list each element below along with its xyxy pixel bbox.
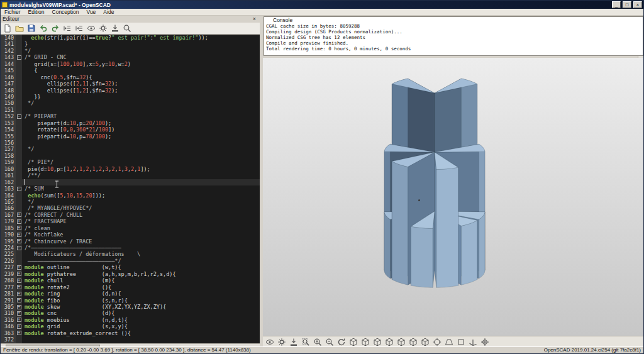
zoom-in-icon[interactable] xyxy=(313,337,323,347)
undo-icon[interactable] xyxy=(38,23,49,34)
view-all-icon[interactable] xyxy=(122,23,133,34)
fold-marker-icon[interactable]: + xyxy=(16,231,22,238)
indent-icon[interactable] xyxy=(74,23,85,34)
menu-item-conception[interactable]: Conception xyxy=(48,9,83,15)
code-line[interactable]: 144 grid(s=[100,100],x=5,y=10,w=2) xyxy=(1,61,260,67)
code-line[interactable]: 346+module grid (s,x,y){ xyxy=(1,323,260,329)
code-line[interactable]: 142*/ xyxy=(1,48,260,54)
preview-icon[interactable] xyxy=(265,337,275,347)
code-line[interactable]: 143-/* GRID - CNC xyxy=(1,54,260,60)
export-stl-icon[interactable] xyxy=(289,337,299,347)
code-line[interactable]: 268+module chull (m){ xyxy=(1,277,260,284)
fold-marker-icon[interactable]: + xyxy=(16,330,22,336)
render-icon[interactable] xyxy=(277,337,287,347)
view-left-icon[interactable] xyxy=(348,337,358,347)
code-line[interactable]: 157 */ xyxy=(1,146,260,152)
code-line[interactable]: 185+/* clean xyxy=(1,225,260,231)
redo-icon[interactable] xyxy=(50,23,61,34)
code-line[interactable]: 151 xyxy=(1,107,260,113)
fold-marker-icon[interactable]: - xyxy=(16,245,22,251)
zoom-out-icon[interactable] xyxy=(325,337,335,347)
code-line[interactable]: 149 }} xyxy=(1,94,260,100)
fold-marker-icon[interactable]: + xyxy=(16,277,22,284)
fold-marker-icon[interactable]: + xyxy=(16,225,22,231)
code-line[interactable]: 161 /**/ xyxy=(1,172,260,179)
code-line[interactable]: 145 { xyxy=(1,67,260,74)
code-line[interactable]: 224-/*──────────────────────────── xyxy=(1,245,260,251)
fold-marker-icon[interactable]: + xyxy=(16,271,22,277)
save-file-icon[interactable] xyxy=(26,23,37,34)
fold-marker-icon[interactable]: - xyxy=(16,113,22,119)
code-line[interactable]: 159 /* PIE*/ xyxy=(1,159,260,165)
code-line[interactable]: 146 cnc(0.5,$fn=32){ xyxy=(1,74,260,80)
code-line[interactable]: 226 ───────────────────────────*/ xyxy=(1,258,260,264)
code-line[interactable]: 150 */ xyxy=(1,100,260,106)
code-line[interactable]: 310+module cnc (d){ xyxy=(1,310,260,316)
close-button[interactable]: × xyxy=(633,1,642,8)
fold-marker-icon[interactable]: + xyxy=(16,264,22,270)
code-line[interactable]: 148 ellipse([1,2],$fn=32); xyxy=(1,87,260,94)
fold-marker-icon[interactable]: + xyxy=(16,218,22,224)
code-line[interactable]: 165 */ xyxy=(1,199,260,205)
view-front-icon[interactable] xyxy=(372,337,382,347)
fold-marker-icon[interactable]: + xyxy=(16,317,22,323)
fold-marker-icon[interactable]: + xyxy=(16,212,22,218)
code-line[interactable]: 227+module outline (w,t){ xyxy=(1,264,260,270)
menu-item-vue[interactable]: Vue xyxy=(83,9,100,15)
zoom-all-icon[interactable] xyxy=(301,337,311,347)
maximize-button[interactable]: □ xyxy=(623,1,631,8)
reset-view-icon[interactable] xyxy=(336,337,347,347)
code-line[interactable]: 363+module rotate_extrude_correct (){ xyxy=(1,330,260,336)
code-line[interactable]: 162 xyxy=(1,179,260,185)
orthogonal-icon[interactable] xyxy=(456,337,466,347)
unindent-icon[interactable] xyxy=(62,23,73,34)
code-line[interactable]: 158 xyxy=(1,153,260,159)
code-line[interactable]: 147 ellipse([2,1],$fn=32); xyxy=(1,80,260,87)
code-line[interactable]: 277+module rotate2 (){ xyxy=(1,284,260,290)
code-line[interactable]: 160 pie(d=10,p=[1,2,1,2,1,2,3,2,1,3,2,1]… xyxy=(1,166,260,172)
preview-icon[interactable] xyxy=(86,23,97,34)
render-icon[interactable] xyxy=(98,23,109,34)
new-file-icon[interactable] xyxy=(3,23,13,34)
code-line[interactable]: 140 echo(str(i,pair(i)==true?" est pair!… xyxy=(1,35,260,41)
code-line[interactable]: 153 piepart(d=10,p=20/100); xyxy=(1,120,260,126)
fold-marker-icon[interactable]: + xyxy=(16,297,22,304)
menu-item-aide[interactable]: Aide xyxy=(99,9,118,15)
show-crosshairs-icon[interactable] xyxy=(480,337,490,347)
code-line[interactable]: 305+module skew (XY,XZ,YX,YZ,ZX,ZY){ xyxy=(1,304,260,310)
code-line[interactable]: 154 rotate([0,0,360*21/100]) xyxy=(1,126,260,133)
3d-viewport[interactable] xyxy=(263,58,643,336)
title-bar[interactable]: moduleslghsV09WIP.scad* - OpenSCAD _ □ × xyxy=(1,1,643,9)
code-line[interactable]: 167+/* CORRECT / CHULL xyxy=(1,212,260,218)
fold-marker-icon[interactable]: + xyxy=(16,284,22,290)
fold-marker-icon[interactable]: - xyxy=(16,185,22,192)
code-line[interactable]: 239+module pythatree (a,h,sp,m,b,r1,r2,s… xyxy=(1,271,260,277)
menu-item-fichier[interactable]: Fichier xyxy=(1,9,25,15)
fold-marker-icon[interactable]: + xyxy=(16,323,22,329)
minimize-button[interactable]: _ xyxy=(612,1,621,8)
code-line[interactable]: 190+/* Kochflake xyxy=(1,231,260,238)
open-file-icon[interactable] xyxy=(14,23,25,34)
view-back-icon[interactable] xyxy=(384,337,394,347)
editor-dock-close-icon[interactable]: × xyxy=(251,16,258,22)
show-axes-icon[interactable] xyxy=(468,337,478,347)
view-top-icon[interactable] xyxy=(396,337,406,347)
perspective-icon[interactable] xyxy=(444,337,454,347)
fold-marker-icon[interactable]: + xyxy=(16,290,22,297)
view-center-icon[interactable] xyxy=(432,337,442,347)
code-line[interactable]: 164 echo(sum([5,10,15,20])); xyxy=(1,192,260,199)
fold-marker-icon[interactable]: + xyxy=(16,238,22,245)
code-line[interactable]: 291+module fibo (s,n,r){ xyxy=(1,297,260,304)
code-line[interactable]: 281+module ring (d,n){ xyxy=(1,290,260,297)
fold-marker-icon[interactable]: + xyxy=(16,304,22,310)
code-line[interactable]: 166 /* MYANGLE/HYPOVEC*/ xyxy=(1,205,260,211)
view-bottom-icon[interactable] xyxy=(408,337,418,347)
code-line[interactable]: 155 piepart(d=10,p=78/100); xyxy=(1,133,260,140)
code-line[interactable]: 152-/* PIEPART xyxy=(1,113,260,119)
code-line[interactable]: 225 Modificateurs / déformations \ xyxy=(1,251,260,257)
code-line[interactable]: 141} xyxy=(1,41,260,47)
code-line[interactable]: 163-/* SUM xyxy=(1,185,260,192)
code-line[interactable]: 195+/* Chaincurve / TRACE xyxy=(1,238,260,245)
view-diagonal-icon[interactable] xyxy=(420,337,430,347)
export-stl-icon[interactable] xyxy=(110,23,121,34)
